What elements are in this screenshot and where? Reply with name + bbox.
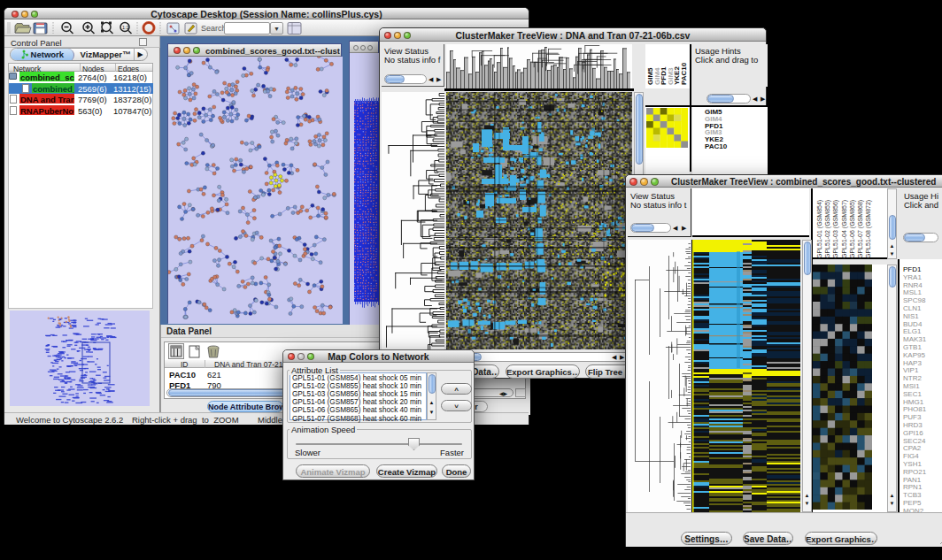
svg-text:1:1: 1:1 xyxy=(122,25,129,30)
